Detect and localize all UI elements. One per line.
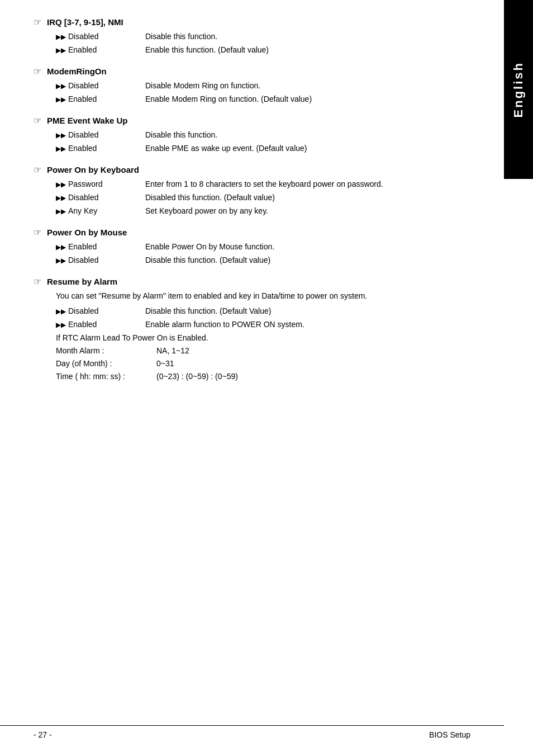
sub-info-row: Month Alarm :NA, 1~12 [56, 345, 465, 357]
footer-title: BIOS Setup [429, 730, 470, 739]
item-description: Set Keyboard power on by any key. [145, 205, 465, 217]
item-key: Enabled [68, 143, 97, 154]
item-row: ▶▶ DisabledDisabled this function. (Defa… [56, 192, 465, 204]
section-header-irq: ☞IRQ [3-7, 9-15], NMI [34, 17, 465, 27]
item-row: ▶▶ DisabledDisable this function. [56, 31, 465, 42]
item-description: Disable this function. [145, 129, 465, 141]
item-arrow-icon: ▶▶ [56, 94, 66, 105]
sub-info-label: Time ( hh: mm: ss) : [56, 371, 156, 382]
item-description: Enable alarm function to POWER ON system… [145, 319, 465, 330]
item-row: ▶▶ EnabledEnable PME as wake up event. (… [56, 143, 465, 154]
sub-info-value: 0~31 [156, 358, 465, 370]
item-arrow-icon: ▶▶ [56, 130, 66, 140]
section-title-power-on-by-mouse: Power On by Mouse [47, 228, 127, 237]
item-arrow-icon: ▶▶ [56, 242, 66, 252]
item-label: ▶▶ Disabled [56, 305, 145, 317]
section-power-on-by-keyboard: ☞Power On by Keyboard▶▶ PasswordEnter fr… [34, 164, 465, 217]
section-header-power-on-by-keyboard: ☞Power On by Keyboard [34, 164, 465, 175]
item-key: Password [68, 178, 102, 190]
section-icon-modem-ring-on: ☞ [34, 66, 41, 77]
item-arrow-icon: ▶▶ [56, 206, 66, 216]
item-key: Disabled [68, 192, 98, 204]
sub-info-value: NA, 1~12 [156, 345, 465, 357]
item-label: ▶▶ Disabled [56, 254, 145, 266]
section-resume-by-alarm: ☞Resume by AlarmYou can set "Resume by A… [34, 276, 465, 382]
section-title-resume-by-alarm: Resume by Alarm [47, 277, 117, 286]
item-key: Disabled [68, 305, 98, 317]
sub-info-value: (0~23) : (0~59) : (0~59) [156, 371, 465, 382]
sub-info-row: If RTC Alarm Lead To Power On is Enabled… [56, 332, 465, 344]
item-row: ▶▶ DisabledDisable this function. [56, 129, 465, 141]
sub-info-label: Month Alarm : [56, 345, 156, 357]
section-description-resume-by-alarm: You can set "Resume by Alarm" item to en… [56, 290, 465, 302]
item-label: ▶▶ Disabled [56, 80, 145, 92]
item-row: ▶▶ DisabledDisable this function. (Defau… [56, 254, 465, 266]
item-description: Enable Power On by Mouse function. [145, 241, 465, 253]
section-items-power-on-by-keyboard: ▶▶ PasswordEnter from 1 to 8 characters … [56, 178, 465, 217]
section-header-modem-ring-on: ☞ModemRingOn [34, 66, 465, 77]
section-title-modem-ring-on: ModemRingOn [47, 67, 107, 76]
section-modem-ring-on: ☞ModemRingOn▶▶ DisabledDisable Modem Rin… [34, 66, 465, 105]
item-label: ▶▶ Enabled [56, 241, 145, 253]
item-description: Enable this function. (Default value) [145, 44, 465, 56]
item-row: ▶▶ EnabledEnable Power On by Mouse funct… [56, 241, 465, 253]
main-content: ☞IRQ [3-7, 9-15], NMI▶▶ DisabledDisable … [0, 0, 504, 409]
item-arrow-icon: ▶▶ [56, 144, 66, 154]
section-items-resume-by-alarm: ▶▶ DisabledDisable this function. (Defau… [56, 305, 465, 330]
section-pme-event-wake-up: ☞PME Event Wake Up▶▶ DisabledDisable thi… [34, 115, 465, 154]
item-label: ▶▶ Enabled [56, 319, 145, 330]
item-row: ▶▶ DisabledDisable this function. (Defau… [56, 305, 465, 317]
item-description: Disable this function. [145, 31, 465, 42]
item-description: Enter from 1 to 8 characters to set the … [145, 178, 465, 190]
item-description: Disable this function. (Default Value) [145, 305, 465, 317]
sub-info-label: Day (of Month) : [56, 358, 156, 370]
section-title-irq: IRQ [3-7, 9-15], NMI [47, 17, 123, 27]
section-title-pme-event-wake-up: PME Event Wake Up [47, 116, 127, 125]
section-power-on-by-mouse: ☞Power On by Mouse▶▶ EnabledEnable Power… [34, 227, 465, 266]
page-container: English ☞IRQ [3-7, 9-15], NMI▶▶ Disabled… [0, 0, 533, 756]
item-key: Enabled [68, 93, 97, 105]
item-key: Disabled [68, 31, 98, 42]
item-row: ▶▶ PasswordEnter from 1 to 8 characters … [56, 178, 465, 190]
sub-info-resume-by-alarm: If RTC Alarm Lead To Power On is Enabled… [56, 332, 465, 382]
item-description: Disable Modem Ring on function. [145, 80, 465, 92]
item-label: ▶▶ Enabled [56, 143, 145, 154]
item-label: ▶▶ Disabled [56, 192, 145, 204]
item-row: ▶▶ EnabledEnable Modem Ring on function.… [56, 93, 465, 105]
item-row: ▶▶ Any KeySet Keyboard power on by any k… [56, 205, 465, 217]
item-arrow-icon: ▶▶ [56, 306, 66, 316]
item-description: Disable this function. (Default value) [145, 254, 465, 266]
item-label: ▶▶ Password [56, 178, 145, 190]
item-arrow-icon: ▶▶ [56, 81, 66, 91]
section-header-resume-by-alarm: ☞Resume by Alarm [34, 276, 465, 287]
section-icon-pme-event-wake-up: ☞ [34, 115, 41, 126]
item-description: Disabled this function. (Default value) [145, 192, 465, 204]
section-icon-irq: ☞ [34, 17, 41, 27]
footer: - 27 - BIOS Setup [0, 725, 504, 739]
section-items-pme-event-wake-up: ▶▶ DisabledDisable this function.▶▶ Enab… [56, 129, 465, 154]
item-label: ▶▶ Enabled [56, 44, 145, 56]
item-key: Disabled [68, 80, 98, 92]
section-items-power-on-by-mouse: ▶▶ EnabledEnable Power On by Mouse funct… [56, 241, 465, 266]
item-row: ▶▶ DisabledDisable Modem Ring on functio… [56, 80, 465, 92]
item-key: Disabled [68, 254, 98, 266]
item-description: Enable Modem Ring on function. (Default … [145, 93, 465, 105]
side-tab-text: English [511, 62, 526, 117]
section-items-irq: ▶▶ DisabledDisable this function.▶▶ Enab… [56, 31, 465, 56]
section-items-modem-ring-on: ▶▶ DisabledDisable Modem Ring on functio… [56, 80, 465, 105]
section-header-pme-event-wake-up: ☞PME Event Wake Up [34, 115, 465, 126]
section-irq: ☞IRQ [3-7, 9-15], NMI▶▶ DisabledDisable … [34, 17, 465, 56]
item-arrow-icon: ▶▶ [56, 193, 66, 203]
item-label: ▶▶ Any Key [56, 205, 145, 217]
section-icon-power-on-by-keyboard: ☞ [34, 164, 41, 175]
item-key: Any Key [68, 205, 97, 217]
item-label: ▶▶ Enabled [56, 93, 145, 105]
footer-page: - 27 - [34, 730, 52, 739]
item-key: Enabled [68, 44, 97, 56]
item-arrow-icon: ▶▶ [56, 320, 66, 330]
section-header-power-on-by-mouse: ☞Power On by Mouse [34, 227, 465, 238]
section-icon-power-on-by-mouse: ☞ [34, 227, 41, 238]
sub-info-row: Time ( hh: mm: ss) :(0~23) : (0~59) : (0… [56, 371, 465, 382]
item-key: Enabled [68, 241, 97, 253]
sub-info-row: Day (of Month) :0~31 [56, 358, 465, 370]
